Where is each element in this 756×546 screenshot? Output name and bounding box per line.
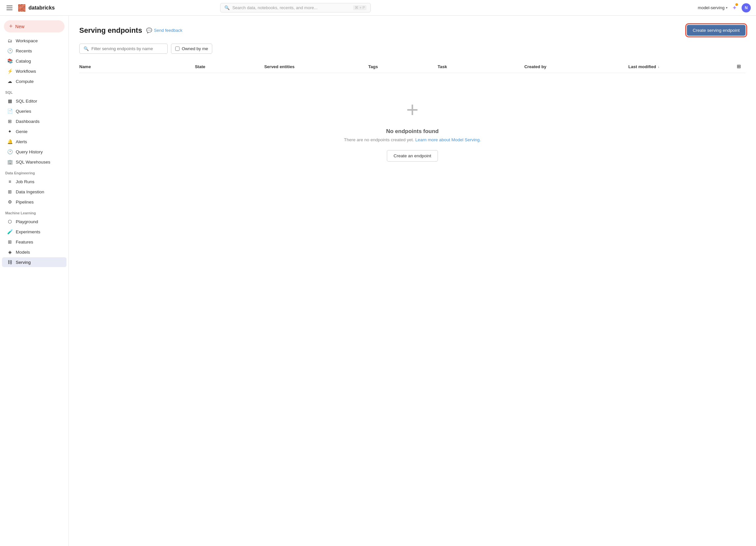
sidebar-item-label: Pipelines xyxy=(16,199,34,204)
recents-icon: 🕐 xyxy=(7,48,12,53)
sidebar-item-job-runs[interactable]: ≡ Job Runs xyxy=(2,177,66,186)
create-serving-endpoint-button[interactable]: Create serving endpoint xyxy=(687,25,746,36)
genie-icon: ✦ xyxy=(7,129,12,134)
sidebar-item-pipelines[interactable]: ⚙ Pipelines xyxy=(2,197,66,207)
sidebar-item-compute[interactable]: ☁ Compute xyxy=(2,76,66,86)
sidebar-item-label: Workspace xyxy=(16,38,38,43)
search-icon: 🔍 xyxy=(224,5,230,10)
empty-state-description: There are no endpoints created yet. Lear… xyxy=(344,137,481,142)
topbar: 🧱 databricks 🔍 Search data, notebooks, r… xyxy=(0,0,756,16)
alerts-icon: 🔔 xyxy=(7,139,12,144)
sidebar-item-query-history[interactable]: 🕐 Query History xyxy=(2,147,66,157)
sidebar-item-genie[interactable]: ✦ Genie xyxy=(2,126,66,136)
owned-by-me-label: Owned by me xyxy=(182,46,208,51)
col-header-served-entities: Served entities xyxy=(264,64,369,69)
sql-warehouses-icon: 🏢 xyxy=(7,159,12,164)
compute-icon: ☁ xyxy=(7,79,12,84)
sidebar-item-label: SQL Warehouses xyxy=(16,160,50,164)
sidebar-item-sql-warehouses[interactable]: 🏢 SQL Warehouses xyxy=(2,157,66,167)
send-feedback-link[interactable]: 💬 Send feedback xyxy=(146,28,182,33)
new-button-label: New xyxy=(15,24,25,29)
sidebar-item-dashboards[interactable]: ⊞ Dashboards xyxy=(2,116,66,126)
data-ingestion-icon: ⊞ xyxy=(7,189,12,194)
sidebar-item-label: Features xyxy=(16,239,33,244)
experiments-icon: 🧪 xyxy=(7,229,12,234)
hamburger-menu[interactable] xyxy=(5,4,14,11)
workflows-icon: ⚡ xyxy=(7,68,12,74)
sidebar-item-label: Recents xyxy=(16,48,32,53)
feedback-icon: 💬 xyxy=(146,28,152,33)
main-title-group: Serving endpoints 💬 Send feedback xyxy=(79,26,182,35)
global-search[interactable]: 🔍 Search data, notebooks, recents, and m… xyxy=(220,3,371,12)
sql-editor-icon: ▦ xyxy=(7,98,12,103)
section-sql: SQL xyxy=(0,86,68,96)
col-header-created-by: Created by xyxy=(524,64,629,69)
user-avatar[interactable]: N xyxy=(742,3,751,12)
sidebar-item-label: Job Runs xyxy=(16,179,34,184)
databricks-logo-icon: 🧱 xyxy=(18,4,26,12)
notification-badge xyxy=(735,3,738,6)
sidebar-item-playground[interactable]: ⬡ Playground xyxy=(2,216,66,226)
sidebar-item-data-ingestion[interactable]: ⊞ Data Ingestion xyxy=(2,187,66,197)
col-header-task: Task xyxy=(438,64,524,69)
send-feedback-label: Send feedback xyxy=(154,28,182,33)
col-header-name: Name xyxy=(79,64,195,69)
col-header-state: State xyxy=(195,64,264,69)
search-placeholder: Search data, notebooks, recents, and mor… xyxy=(232,5,350,10)
owned-by-me-checkbox[interactable] xyxy=(175,47,180,51)
pipelines-icon: ⚙ xyxy=(7,199,12,204)
sidebar-item-serving[interactable]: ⛓ Serving xyxy=(2,257,66,267)
job-runs-icon: ≡ xyxy=(7,179,12,184)
sidebar-item-label: Data Ingestion xyxy=(16,189,44,194)
sidebar-item-experiments[interactable]: 🧪 Experiments xyxy=(2,227,66,236)
sidebar-item-label: Compute xyxy=(16,79,34,84)
filter-search-input[interactable] xyxy=(91,46,163,51)
new-button[interactable]: + New xyxy=(4,20,65,32)
sidebar-item-label: Queries xyxy=(16,109,31,114)
empty-plus-icon: + xyxy=(406,99,418,120)
sidebar-item-label: Playground xyxy=(16,219,38,224)
column-settings-icon[interactable]: ⊞ xyxy=(737,64,741,69)
query-history-icon: 🕐 xyxy=(7,149,12,154)
workspace-selector[interactable]: model-serving ▾ xyxy=(698,5,728,10)
sidebar-item-label: Genie xyxy=(16,129,28,134)
chevron-down-icon: ▾ xyxy=(726,6,728,9)
learn-more-link[interactable]: Learn more about Model Serving. xyxy=(415,137,481,142)
sidebar-item-workflows[interactable]: ⚡ Workflows xyxy=(2,66,66,76)
sidebar-item-label: Alerts xyxy=(16,139,27,144)
topbar-right: model-serving ▾ ✦ N xyxy=(698,3,751,12)
sidebar-item-queries[interactable]: 📄 Queries xyxy=(2,106,66,116)
page-title: Serving endpoints xyxy=(79,26,142,35)
table-header: Name State Served entities Tags Task Cre… xyxy=(79,60,746,73)
sidebar-item-label: Experiments xyxy=(16,229,40,234)
sidebar-item-recents[interactable]: 🕐 Recents xyxy=(2,46,66,56)
catalog-icon: 📚 xyxy=(7,58,12,64)
workspace-label: model-serving xyxy=(698,5,725,10)
sidebar-item-label: Serving xyxy=(16,260,31,265)
dashboards-icon: ⊞ xyxy=(7,119,12,124)
section-data-engineering: Data Engineering xyxy=(0,167,68,176)
sidebar-item-catalog[interactable]: 📚 Catalog xyxy=(2,56,66,66)
features-icon: ⊞ xyxy=(7,239,12,244)
sidebar-item-alerts[interactable]: 🔔 Alerts xyxy=(2,137,66,146)
sidebar-item-label: Query History xyxy=(16,149,43,154)
sidebar-item-label: Catalog xyxy=(16,59,31,64)
sidebar-item-sql-editor[interactable]: ▦ SQL Editor xyxy=(2,96,66,106)
logo-text: databricks xyxy=(28,5,55,11)
sidebar-item-models[interactable]: ◈ Models xyxy=(2,247,66,257)
main-header: Serving endpoints 💬 Send feedback Create… xyxy=(79,25,746,36)
owned-by-me-filter[interactable]: Owned by me xyxy=(171,44,212,54)
star-icon[interactable]: ✦ xyxy=(732,4,737,11)
filter-search-box[interactable]: 🔍 xyxy=(79,44,168,54)
create-endpoint-button[interactable]: Create an endpoint xyxy=(387,150,438,161)
sidebar-item-workspace[interactable]: 🗂 Workspace xyxy=(2,36,66,46)
filter-search-icon: 🔍 xyxy=(84,46,89,51)
col-header-tags: Tags xyxy=(368,64,438,69)
search-shortcut: ⌘ + P xyxy=(353,5,367,10)
section-machine-learning: Machine Learning xyxy=(0,207,68,216)
sidebar-item-features[interactable]: ⊞ Features xyxy=(2,237,66,247)
sidebar-item-label: SQL Editor xyxy=(16,99,37,103)
queries-icon: 📄 xyxy=(7,108,12,114)
models-icon: ◈ xyxy=(7,249,12,254)
sort-icon[interactable]: ↓ xyxy=(658,65,660,68)
